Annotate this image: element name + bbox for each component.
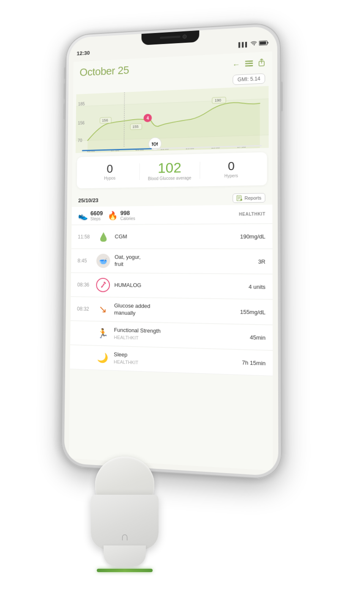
glucose-label: Blood Glucose average xyxy=(140,176,200,182)
calories-item: 🔥 998 Calories xyxy=(108,209,135,221)
svg-rect-8 xyxy=(249,65,253,66)
status-time: 12:30 xyxy=(77,50,90,57)
status-icons: ▌▌▌ xyxy=(238,40,268,47)
svg-text:190: 190 xyxy=(215,98,221,103)
log-time-sleep xyxy=(77,357,91,358)
calories-value: 998 xyxy=(120,209,136,216)
manual-icon-wrap: ↘ xyxy=(96,302,110,317)
svg-rect-39 xyxy=(241,199,242,201)
signal-icon: ▌▌▌ xyxy=(238,41,249,47)
cgm-value: 190mg/dL xyxy=(240,233,265,240)
hypers-stat: 0 Hypers xyxy=(200,160,263,179)
log-item-sleep[interactable]: 🌙 SleepHEALTHKIT 7h 15min xyxy=(70,345,273,376)
cgm-icon-wrap xyxy=(96,229,111,244)
steps-item: 👟 6609 Steps xyxy=(78,210,103,221)
cgm-sensor-device: ∩ xyxy=(87,457,163,567)
log-time-food: 8:45 xyxy=(77,258,92,264)
svg-text:🍽: 🍽 xyxy=(152,141,158,147)
svg-text:185: 185 xyxy=(78,102,85,106)
hypos-label: Hypos xyxy=(81,175,139,181)
manual-name: Glucose addedmanually xyxy=(114,303,236,319)
exercise-name: Functional StrengthHEALTHKIT xyxy=(114,327,245,344)
volume-down-button xyxy=(63,103,65,119)
hypos-value: 0 xyxy=(81,162,139,175)
exercise-content: Functional StrengthHEALTHKIT xyxy=(114,327,245,344)
cgm-content: CGM xyxy=(115,233,235,240)
log-item-food[interactable]: 8:45 🥣 Oat, yogur,fruit 3R xyxy=(71,249,273,274)
food-value: 3R xyxy=(258,258,265,264)
food-icon: 🥣 xyxy=(96,254,110,268)
svg-rect-7 xyxy=(249,63,253,64)
manual-value: 155mg/dL xyxy=(240,308,265,316)
insulin-icon-wrap xyxy=(96,278,110,293)
back-button[interactable]: ← xyxy=(232,60,240,69)
svg-rect-2 xyxy=(268,41,268,43)
insulin-name: HUMALOG xyxy=(114,281,244,290)
exercise-value: 45min xyxy=(250,334,265,341)
date-section: 25/10/23 Reports xyxy=(72,190,272,207)
date-label: 25/10/23 xyxy=(78,197,99,203)
power-button xyxy=(281,82,282,112)
food-icon-wrap: 🥣 xyxy=(96,253,111,269)
sleep-value: 7h 15min xyxy=(242,359,265,366)
log-item-insulin[interactable]: 08:36 HUMALOG xyxy=(71,273,272,299)
sleep-name: SleepHEALTHKIT xyxy=(114,351,238,369)
battery-icon xyxy=(259,40,269,46)
app-screen: October 25 ← xyxy=(69,51,273,471)
phone-screen: 12:30 ▌▌▌ xyxy=(64,26,279,476)
cgm-logo: ∩ xyxy=(120,530,129,543)
calories-label: Calories xyxy=(120,216,135,221)
stats-summary: 0 Hypos 102 Blood Glucose average 0 Hype… xyxy=(77,152,267,189)
food-content: Oat, yogur,fruit xyxy=(115,254,254,269)
exercise-icon-wrap: 🏃 xyxy=(95,326,110,341)
wifi-icon xyxy=(251,41,257,47)
page-title: October 25 xyxy=(79,64,129,79)
svg-text:156: 156 xyxy=(102,118,108,122)
menu-button[interactable] xyxy=(245,60,253,69)
phone-shell: 12:30 ▌▌▌ xyxy=(61,22,282,480)
log-item-manual-glucose[interactable]: 08:32 ↘ Glucose addedmanually 155mg/dL xyxy=(71,297,273,325)
cgm-green-ring xyxy=(97,569,153,572)
cgm-body: ∩ xyxy=(91,495,159,550)
sleep-content: SleepHEALTHKIT xyxy=(114,351,238,369)
activity-row: 👟 6609 Steps 🔥 998 Calories HEALTHK xyxy=(71,205,272,225)
log-time-exercise xyxy=(77,333,91,333)
sleep-icon: 🌙 xyxy=(97,352,108,364)
manual-content: Glucose addedmanually xyxy=(114,303,236,319)
healthkit-label: HEALTHKIT xyxy=(239,212,265,217)
cgm-stand xyxy=(104,545,146,567)
hypos-stat: 0 Hypos xyxy=(81,162,139,182)
camera xyxy=(183,34,187,39)
steps-icon: 👟 xyxy=(78,211,88,221)
food-name: Oat, yogur,fruit xyxy=(115,254,254,269)
cgm-name: CGM xyxy=(115,233,235,240)
svg-text:70: 70 xyxy=(78,138,82,143)
steps-value: 6609 xyxy=(90,210,103,217)
speaker xyxy=(160,36,181,39)
volume-up-button xyxy=(64,83,66,99)
svg-text:4: 4 xyxy=(147,116,149,121)
hypers-value: 0 xyxy=(200,160,263,173)
insulin-content: HUMALOG xyxy=(114,281,244,290)
silent-switch xyxy=(64,67,66,80)
svg-text:156: 156 xyxy=(78,121,85,125)
log-item-cgm[interactable]: 11:58 CGM 190mg/dL xyxy=(71,224,273,249)
calories-icon: 🔥 xyxy=(108,210,118,220)
share-button[interactable] xyxy=(258,58,265,69)
exercise-icon: 🏃 xyxy=(97,328,108,339)
glucose-value: 102 xyxy=(140,160,200,176)
svg-rect-1 xyxy=(260,41,266,44)
insulin-icon xyxy=(96,278,110,292)
hypers-label: Hypers xyxy=(200,173,263,179)
svg-rect-6 xyxy=(249,61,253,62)
svg-text:155: 155 xyxy=(132,124,139,129)
reports-label: Reports xyxy=(244,195,261,201)
glucose-chart[interactable]: 185 156 70 190 xyxy=(76,86,269,153)
reports-button[interactable]: Reports xyxy=(233,193,265,203)
insulin-value: 4 units xyxy=(249,283,265,290)
notch xyxy=(142,30,200,45)
steps-label: Steps xyxy=(90,217,103,221)
header-actions: ← xyxy=(232,58,265,70)
log-time-insulin: 08:36 xyxy=(77,282,92,288)
manual-glucose-icon: ↘ xyxy=(99,303,107,315)
